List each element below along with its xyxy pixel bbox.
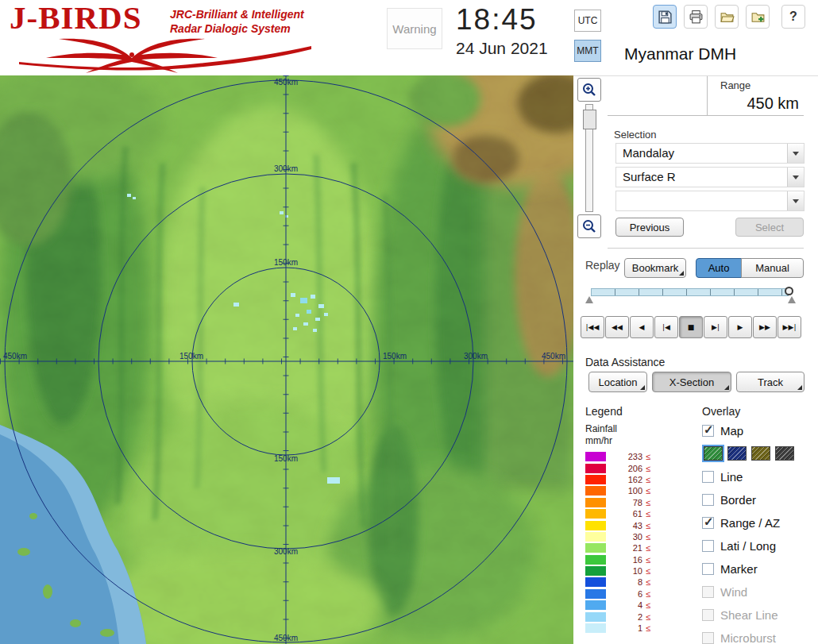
- station-title: Myanmar DMH: [624, 44, 736, 64]
- legend-value: 43: [617, 521, 642, 530]
- legend-row: 30≤: [585, 531, 650, 542]
- chevron-down-icon[interactable]: [787, 144, 804, 163]
- main-content: 450km 300km 150km 150km 300km 450km 450k…: [0, 75, 818, 644]
- overlay-item-label: Range / AZ: [720, 516, 780, 530]
- timeline-track[interactable]: [591, 288, 789, 296]
- chevron-down-icon[interactable]: [787, 168, 804, 187]
- app-root: J-BIRDS JRC-Brilliant & Intelligent Rada…: [0, 0, 818, 644]
- radar-map[interactable]: 450km 300km 150km 150km 300km 450km 450k…: [0, 75, 573, 644]
- track-button[interactable]: Track: [736, 372, 804, 392]
- legend-row: 16≤: [585, 554, 650, 565]
- divider: [608, 248, 804, 249]
- range-ring-label: 450km: [3, 352, 27, 361]
- pb-stepback-button[interactable]: |◀: [654, 316, 678, 338]
- product-dropdown[interactable]: Surface R: [615, 167, 804, 187]
- overlay-item-lati-long[interactable]: Lati / Long: [702, 538, 808, 553]
- site-dropdown[interactable]: Mandalay: [615, 143, 804, 164]
- logo-subtitle-line2: Radar Dialogic System: [170, 21, 304, 36]
- timezone-toggle: UTC MMT: [574, 10, 601, 62]
- pb-first-button[interactable]: |◀◀: [581, 316, 604, 338]
- overlay-item-range-az[interactable]: Range / AZ: [702, 515, 808, 530]
- select-button[interactable]: Select: [735, 218, 804, 237]
- header-bar: J-BIRDS JRC-Brilliant & Intelligent Rada…: [0, 0, 818, 75]
- overlay-item-map[interactable]: Map: [702, 423, 808, 438]
- map-color-swatch-olive[interactable]: [751, 446, 770, 461]
- overlay-item-wind: Wind: [702, 584, 808, 599]
- bookmark-button[interactable]: Bookmark: [624, 258, 686, 278]
- map-color-swatch-gray[interactable]: [775, 446, 794, 461]
- legend-swatch: [585, 623, 606, 633]
- pb-stop-button[interactable]: ■: [679, 316, 703, 338]
- replay-timeline[interactable]: [585, 286, 798, 305]
- replay-manual-button[interactable]: Manual: [741, 258, 804, 278]
- overlay-item-shear-line: Shear Line: [702, 607, 808, 622]
- overlay-item-border[interactable]: Border: [702, 492, 808, 507]
- pb-forward-button[interactable]: ▶▶: [753, 316, 777, 338]
- legend-swatch: [585, 475, 606, 484]
- import-button[interactable]: [746, 5, 770, 29]
- eagle-icon: [13, 37, 318, 75]
- extra-dropdown[interactable]: [615, 191, 804, 211]
- checkbox-icon: [702, 586, 714, 598]
- overlay-item-label: Microburst: [720, 631, 776, 644]
- legend-value: 21: [617, 543, 642, 553]
- location-button[interactable]: Location: [588, 372, 647, 392]
- map-color-swatch-navy[interactable]: [727, 446, 747, 461]
- timeline-position-handle[interactable]: [785, 287, 793, 295]
- overlay-item-line[interactable]: Line: [702, 469, 808, 484]
- legend-swatch: [585, 577, 606, 587]
- help-button[interactable]: ?: [781, 5, 805, 29]
- timeline-start-marker[interactable]: [585, 296, 593, 303]
- header-toolbar: ?: [653, 5, 805, 29]
- legend-value: 206: [617, 464, 642, 473]
- legend-value: 30: [617, 532, 642, 542]
- legend-lte: ≤: [646, 486, 650, 496]
- replay-auto-button[interactable]: Auto: [696, 258, 742, 278]
- rainfall-legend: Rainfall mm/hr 233≤ 206≤ 162≤ 100≤ 78≤ 6…: [585, 423, 650, 634]
- timeline-end-marker[interactable]: [788, 296, 796, 303]
- overlay-item-label: Marker: [720, 562, 758, 576]
- legend-value: 233: [617, 452, 642, 461]
- warning-indicator: Warning: [387, 8, 442, 49]
- pb-reverse-button[interactable]: ◀: [630, 316, 654, 338]
- logo-subtitle-line1: JRC-Brilliant & Intelligent: [170, 7, 304, 21]
- overlay-item-marker[interactable]: Marker: [702, 561, 808, 576]
- legend-swatch: [585, 521, 606, 530]
- control-panel: Range 450 km Selection Mandalay Surface …: [573, 75, 818, 644]
- legend-row: 43≤: [585, 519, 650, 530]
- hatch-pattern: [752, 447, 770, 460]
- x-section-button[interactable]: X-Section: [652, 372, 731, 392]
- pb-play-button[interactable]: ▶: [728, 316, 752, 338]
- legend-lte: ≤: [646, 521, 650, 530]
- legend-lte: ≤: [646, 498, 650, 507]
- map-color-swatch-green[interactable]: [704, 446, 723, 461]
- legend-row: 6≤: [585, 588, 650, 600]
- legend-row: 233≤: [585, 451, 650, 462]
- chevron-down-icon[interactable]: [787, 191, 804, 210]
- legend-value: 61: [617, 509, 642, 519]
- print-button[interactable]: [684, 5, 708, 29]
- save-button[interactable]: [653, 5, 677, 29]
- overlay-panel: Overlay Map Line: [702, 405, 808, 644]
- playback-controls: |◀◀ ◀◀ ◀ |◀ ■ ▶| ▶ ▶▶ ▶▶|: [581, 316, 801, 338]
- overlay-label: Overlay: [702, 405, 808, 423]
- range-ring-label: 150km: [274, 258, 298, 267]
- mmt-button[interactable]: MMT: [574, 40, 601, 62]
- folder-icon: [720, 10, 735, 25]
- previous-button[interactable]: Previous: [615, 218, 684, 237]
- legend-row: 100≤: [585, 485, 650, 496]
- jbirds-logo: J-BIRDS JRC-Brilliant & Intelligent Rada…: [10, 2, 335, 75]
- legend-row: 162≤: [585, 474, 650, 485]
- range-ring-label: 450km: [274, 634, 298, 642]
- pb-stepfwd-button[interactable]: ▶|: [704, 316, 727, 338]
- utc-button[interactable]: UTC: [574, 10, 601, 32]
- legend-lte: ≤: [646, 623, 650, 633]
- open-folder-button[interactable]: [715, 5, 739, 29]
- pb-rewind-button[interactable]: ◀◀: [605, 316, 629, 338]
- legend-lte: ≤: [646, 555, 650, 565]
- pb-last-button[interactable]: ▶▶|: [777, 316, 801, 338]
- legend-value: 6: [617, 589, 642, 599]
- legend-row: 2≤: [585, 611, 650, 622]
- range-label: Range: [720, 79, 750, 91]
- legend-swatch: [585, 566, 606, 576]
